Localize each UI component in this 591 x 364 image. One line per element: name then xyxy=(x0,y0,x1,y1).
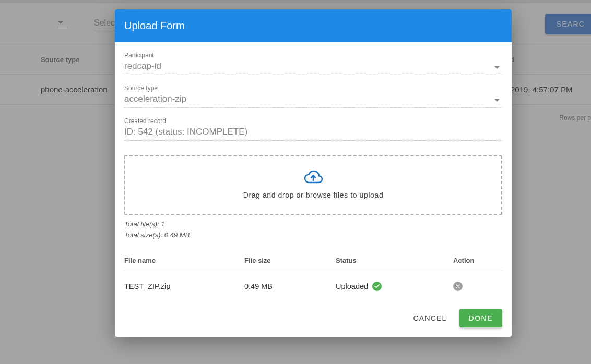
col-header-action: Action xyxy=(453,257,502,264)
file-row: TEST_ZIP.zip 0.49 MB Uploaded xyxy=(124,271,502,301)
file-status: Uploaded xyxy=(336,282,453,291)
col-header-status: Status xyxy=(336,257,453,264)
participant-field[interactable]: Participant redcap-id xyxy=(124,52,502,75)
created-record-field: Created record ID: 542 (status: INCOMPLE… xyxy=(124,117,502,141)
col-header-filename: File name xyxy=(124,257,244,264)
chevron-down-icon xyxy=(494,99,500,102)
file-dropzone[interactable]: Drag and drop or browse files to upload xyxy=(124,155,502,215)
file-table-header: File name File size Status Action xyxy=(124,257,502,271)
dialog-body: Participant redcap-id Source type accele… xyxy=(115,42,512,309)
file-status-text: Uploaded xyxy=(336,282,368,290)
cancel-button[interactable]: CANCEL xyxy=(411,309,449,327)
total-size: Total size(s): 0.49 MB xyxy=(124,230,502,241)
source-type-value: acceleration-zip xyxy=(124,94,502,104)
participant-value: redcap-id xyxy=(124,61,502,71)
file-action-cell xyxy=(453,282,502,291)
cancel-button-label: CANCEL xyxy=(413,314,447,322)
total-files: Total file(s): 1 xyxy=(124,219,502,230)
file-table: File name File size Status Action TEST_Z… xyxy=(124,257,502,301)
remove-file-button[interactable] xyxy=(453,282,463,291)
created-record-value: ID: 542 (status: INCOMPLETE) xyxy=(124,127,502,137)
check-circle-icon xyxy=(372,282,382,291)
file-size: 0.49 MB xyxy=(244,282,336,290)
created-record-label: Created record xyxy=(124,117,502,125)
upload-form-dialog: Upload Form Participant redcap-id Source… xyxy=(115,9,512,337)
dialog-title-text: Upload Form xyxy=(124,20,185,31)
done-button[interactable]: DONE xyxy=(459,309,502,327)
file-name: TEST_ZIP.zip xyxy=(124,282,244,290)
done-button-label: DONE xyxy=(469,314,493,322)
cloud-upload-icon xyxy=(303,170,323,187)
col-header-filesize: File size xyxy=(244,257,336,264)
source-type-field[interactable]: Source type acceleration-zip xyxy=(124,84,502,108)
chevron-down-icon xyxy=(494,66,500,69)
upload-totals: Total file(s): 1 Total size(s): 0.49 MB xyxy=(124,219,502,241)
source-type-label: Source type xyxy=(124,84,502,92)
dialog-actions: CANCEL DONE xyxy=(115,309,512,337)
dialog-title: Upload Form xyxy=(115,9,512,42)
close-icon xyxy=(456,284,460,288)
dropzone-text: Drag and drop or browse files to upload xyxy=(125,191,501,199)
participant-label: Participant xyxy=(124,52,502,59)
